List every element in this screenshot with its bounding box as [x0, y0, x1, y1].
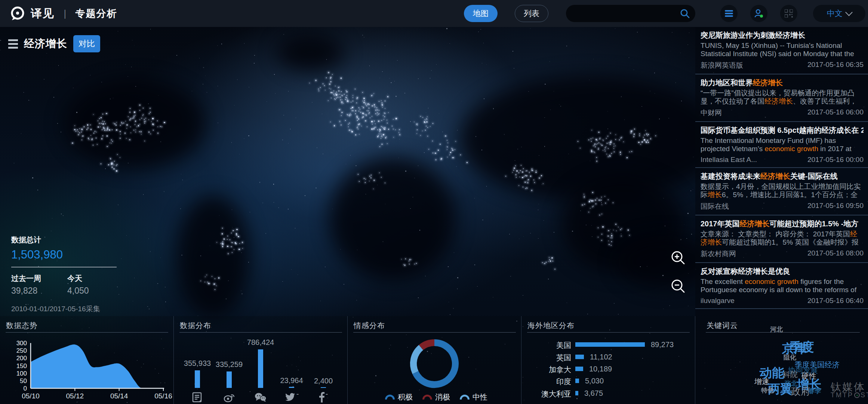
city-light: [433, 153, 433, 153]
city-light: [365, 179, 366, 180]
city-light: [610, 238, 611, 238]
city-light: [518, 172, 519, 173]
city-light: [365, 104, 366, 105]
star: [431, 70, 432, 71]
city-light: [135, 129, 136, 130]
city-light: [631, 151, 632, 152]
city-light: [347, 100, 348, 102]
city-light: [435, 159, 437, 160]
city-light: [383, 128, 385, 129]
keyword-季度[interactable]: 季度: [789, 341, 814, 353]
news-snippet: TUNIS, May 15 (Xinhua) -- Tunisia's Nati…: [701, 42, 864, 58]
news-item[interactable]: 2017年英国经济增长可能超过预期的1.5% -地方文章来源： 文章类型： 内容…: [695, 215, 868, 263]
news-item[interactable]: 反对派宣称经济增长是优良The excellent economic growt…: [695, 263, 868, 309]
star: [21, 133, 22, 134]
region-value: 89,273: [651, 340, 674, 349]
star: [486, 186, 487, 187]
city-light: [529, 172, 530, 173]
city-light: [377, 110, 378, 110]
keyword-政府[interactable]: 政府: [791, 386, 810, 396]
language-label: 中文: [827, 8, 843, 19]
star: [218, 86, 218, 86]
keyword-阻化[interactable]: 阻化: [784, 354, 796, 361]
star: [143, 194, 144, 195]
city-light: [349, 123, 350, 123]
keyword-增速[interactable]: 增速: [754, 378, 769, 385]
user-icon[interactable]: [750, 5, 767, 22]
star: [148, 238, 149, 239]
star: [290, 129, 291, 129]
city-light: [373, 93, 374, 94]
city-light: [425, 119, 425, 120]
city-light: [598, 149, 598, 150]
star: [559, 104, 560, 105]
city-light: [342, 99, 342, 100]
city-light: [623, 141, 624, 142]
zoom-in-icon[interactable]: [670, 250, 686, 266]
news-item[interactable]: 助力地区和世界经济增长“一带一路”倡议提出以来，贸易畅通的作用更加凸显，不仅拉动…: [695, 74, 868, 122]
city-light: [445, 135, 446, 137]
city-light: [93, 133, 94, 134]
city-light: [345, 99, 346, 100]
city-light: [610, 133, 611, 134]
city-light: [646, 134, 647, 135]
city-light: [222, 228, 223, 229]
menu-icon[interactable]: [720, 5, 738, 22]
city-light: [427, 119, 427, 120]
city-light: [515, 174, 517, 175]
page-title: 经济增长: [24, 37, 67, 51]
star: [326, 59, 327, 60]
topic-menu-icon[interactable]: [8, 39, 18, 49]
star: [322, 114, 323, 114]
city-light: [601, 234, 602, 235]
star: [364, 37, 364, 38]
city-light: [447, 149, 447, 150]
text-segment: 基建投资将成未来: [701, 172, 760, 180]
city-light: [227, 236, 228, 236]
city-light: [375, 127, 376, 128]
star: [481, 150, 482, 150]
city-light: [450, 152, 452, 153]
keyword-春季[interactable]: 春季: [808, 388, 821, 394]
city-light: [584, 197, 585, 198]
star: [298, 275, 298, 275]
keyword-特色[interactable]: 特色: [761, 387, 774, 394]
city-light: [358, 107, 359, 108]
map-view-button[interactable]: 地图: [464, 5, 498, 22]
search-input[interactable]: [566, 9, 680, 18]
compare-button[interactable]: 对比: [73, 35, 100, 52]
keyword-科院[interactable]: 科院: [783, 371, 798, 378]
city-light: [101, 163, 101, 164]
city-light: [467, 162, 468, 163]
news-item[interactable]: 国际货币基金组织预测 6.5pct越南的经济成长在 2017The Intern…: [695, 122, 868, 168]
star: [680, 53, 681, 53]
city-light: [613, 146, 614, 147]
panel-title: 数据分布: [180, 321, 211, 331]
language-selector[interactable]: 中文: [813, 5, 865, 22]
news-item[interactable]: 突尼斯旅游业作为刺激经济增长TUNIS, May 15 (Xinhua) -- …: [695, 27, 868, 74]
city-light: [104, 128, 105, 129]
city-light: [601, 204, 602, 205]
star: [46, 53, 47, 54]
city-light: [342, 102, 343, 102]
qr-code-icon[interactable]: [780, 5, 797, 22]
zoom-out-icon[interactable]: [670, 278, 686, 294]
city-light: [351, 131, 353, 132]
news-title: 突尼斯旅游业作为刺激经济增长: [701, 31, 864, 40]
city-light: [382, 127, 383, 128]
news-item[interactable]: 基建投资将成未来经济增长关键-国际在线数据显示，4月份，全国规模以上工业增加值同…: [695, 168, 868, 215]
city-light: [346, 91, 348, 93]
city-light: [536, 170, 536, 171]
city-light: [111, 162, 113, 163]
list-view-button[interactable]: 列表: [515, 5, 548, 22]
star: [182, 180, 183, 180]
search-icon[interactable]: [680, 8, 690, 19]
city-light: [358, 129, 358, 129]
city-light: [614, 152, 615, 152]
search-box[interactable]: [566, 5, 695, 22]
keyword-河北[interactable]: 河北: [770, 326, 783, 333]
city-light: [86, 129, 88, 130]
star: [199, 58, 200, 59]
city-light: [377, 115, 378, 116]
city-light: [326, 77, 327, 78]
